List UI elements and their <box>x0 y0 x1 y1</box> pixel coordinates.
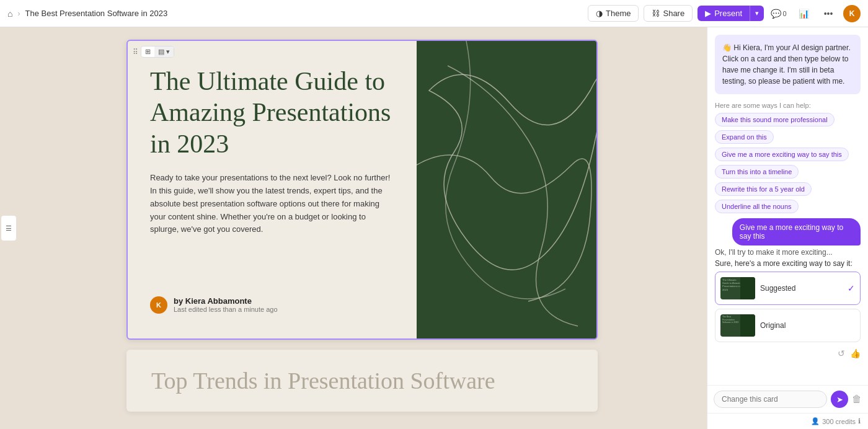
slide-body: Ready to take your presentations to the … <box>150 172 394 236</box>
canvas-area: ⠿ ⊞ ▤ ▾ ✦ ✦ AI editing The Ultimate Guid… <box>17 27 707 429</box>
slide-card-inner: The Ultimate Guide to Amazing Presentati… <box>128 41 596 338</box>
ai-response-text-1: Ok, I'll try to make it more exciting... <box>715 248 861 257</box>
chip-exciting[interactable]: Give me a more exciting way to say this <box>715 148 849 161</box>
info-icon[interactable]: ℹ <box>858 417 861 425</box>
breadcrumb-title: The Best Presentation Software in 2023 <box>25 9 167 18</box>
home-icon[interactable]: ⌂ <box>7 9 12 19</box>
slide-drag-handle[interactable]: ⠿ <box>133 48 138 56</box>
author-name: by Kiera Abbamonte <box>174 296 278 306</box>
chip-expand[interactable]: Expand on this <box>715 130 774 144</box>
original-thumb-green <box>740 314 755 337</box>
slide-toolbar: ⠿ ⊞ ▤ ▾ <box>133 46 174 58</box>
suggested-card-thumb: The UltimateGuide to AmazingPresentation… <box>720 277 755 299</box>
slide-author: K by Kiera Abbamonte Last edited less th… <box>150 296 394 314</box>
suggested-card[interactable]: The UltimateGuide to AmazingPresentation… <box>715 272 861 305</box>
author-sub: Last edited less than a minute ago <box>174 306 278 313</box>
credits-bar: 👤 300 credits ℹ <box>707 413 868 429</box>
suggestion-chips: Make this sound more professional Expand… <box>707 113 868 213</box>
theme-label: Theme <box>606 9 631 18</box>
avatar[interactable]: K <box>843 5 861 22</box>
slide-abstract-art <box>417 41 596 338</box>
main-layout: ☰ ⠿ ⊞ ▤ ▾ ✦ ✦ AI editing The Ultimate Gu… <box>0 27 868 429</box>
credits-count: 300 credits <box>822 418 856 425</box>
original-card[interactable]: The BestPresentationSoftware in 2023 Ori… <box>715 309 861 342</box>
ai-intro-message: 👋 Hi Kiera, I'm your AI design partner. … <box>715 35 861 94</box>
share-icon: ⛓ <box>652 9 660 18</box>
slide-image-right <box>417 41 596 338</box>
original-card-thumb: The BestPresentationSoftware in 2023 <box>720 314 755 337</box>
comment-count: 0 <box>782 10 786 17</box>
thumbs-up-button[interactable]: ↺ <box>838 348 845 358</box>
theme-button[interactable]: ◑ Theme <box>588 5 639 22</box>
suggestions-label: Here are some ways I can help: <box>707 102 868 113</box>
suggested-thumb-text: The UltimateGuide to AmazingPresentation… <box>722 278 742 291</box>
ai-panel: 👋 Hi Kiera, I'm your AI design partner. … <box>707 27 868 429</box>
chip-timeline[interactable]: Turn this into a timeline <box>715 165 799 179</box>
person-icon: 👤 <box>811 417 820 425</box>
share-label: Share <box>663 9 684 18</box>
thumbs-down-button[interactable]: 👍 <box>850 348 861 358</box>
breadcrumb-chevron: › <box>17 9 20 18</box>
slide-card-2[interactable]: Top Trends in Presentation Software <box>126 350 598 412</box>
delete-button[interactable]: 🗑 <box>852 394 862 405</box>
check-icon: ✓ <box>848 283 855 293</box>
present-button-group: ▶ Present ▾ <box>698 6 764 21</box>
slide-content-main: The Ultimate Guide to Amazing Presentati… <box>150 66 394 236</box>
chat-input-area: ➤ 🗑 <box>707 385 868 413</box>
slide-2-title: Top Trends in Presentation Software <box>151 367 495 394</box>
thumb-green-block <box>740 277 755 299</box>
original-label: Original <box>760 321 855 330</box>
view-toggle: ⊞ ▤ ▾ <box>141 46 174 58</box>
suggested-label: Suggested <box>760 284 843 293</box>
chat-input[interactable] <box>714 391 827 408</box>
present-dropdown-button[interactable]: ▾ <box>750 6 764 21</box>
left-sidebar: ☰ <box>0 27 17 429</box>
theme-icon: ◑ <box>596 9 603 18</box>
top-nav: ⌂ › The Best Presentation Software in 20… <box>0 0 868 27</box>
sidebar-toggle-button[interactable]: ☰ <box>1 216 16 241</box>
present-button[interactable]: ▶ Present <box>698 6 750 21</box>
list-view-button[interactable]: ▤ ▾ <box>154 46 174 57</box>
chip-fiveyear[interactable]: Rewrite this for a 5 year old <box>715 182 812 196</box>
ai-response-text-2: Sure, here's a more exciting way to say … <box>715 259 861 268</box>
slide-card-1[interactable]: ⠿ ⊞ ▤ ▾ ✦ ✦ AI editing The Ultimate Guid… <box>126 40 598 340</box>
user-message-bubble: Give me a more exciting way to say this <box>732 218 861 245</box>
share-button[interactable]: ⛓ Share <box>644 5 693 22</box>
play-icon: ▶ <box>705 9 711 18</box>
slide-content-left: The Ultimate Guide to Amazing Presentati… <box>128 41 417 338</box>
present-label: Present <box>714 9 742 18</box>
nav-actions: ◑ Theme ⛓ Share ▶ Present ▾ 💬 0 📊 ••• K <box>588 4 861 24</box>
author-info: by Kiera Abbamonte Last edited less than… <box>174 296 278 313</box>
reaction-row: ↺ 👍 <box>707 346 868 363</box>
analytics-button[interactable]: 📊 <box>794 4 813 24</box>
chat-messages: 👋 Hi Kiera, I'm your AI design partner. … <box>707 27 868 385</box>
slide-title: The Ultimate Guide to Amazing Presentati… <box>150 66 394 159</box>
more-button[interactable]: ••• <box>818 4 838 24</box>
comment-button[interactable]: 💬 0 <box>769 4 789 24</box>
ai-intro-text: 👋 Hi Kiera, I'm your AI design partner. … <box>722 43 851 86</box>
send-button[interactable]: ➤ <box>831 391 848 408</box>
author-avatar: K <box>150 296 167 314</box>
grid-view-button[interactable]: ⊞ <box>141 46 154 57</box>
chip-professional[interactable]: Make this sound more professional <box>715 113 835 126</box>
original-thumb-text: The BestPresentationSoftware in 2023 <box>722 316 738 324</box>
chip-nouns[interactable]: Underline all the nouns <box>715 200 799 213</box>
